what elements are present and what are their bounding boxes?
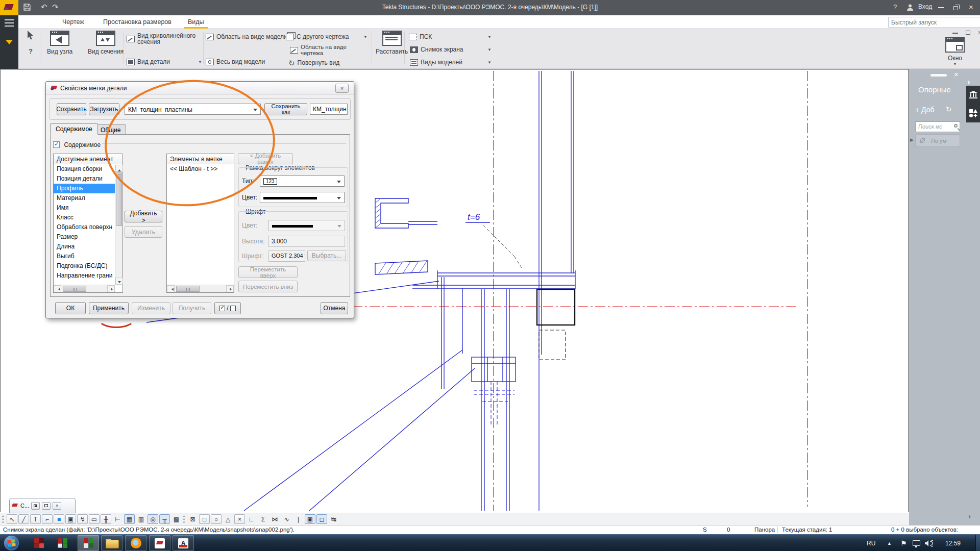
rotate-view-button[interactable]: ↻ Повернуть вид <box>288 57 339 68</box>
snap-xbox[interactable]: ⊠ <box>187 514 198 524</box>
list-item[interactable]: Размер <box>54 232 122 242</box>
from-other-drawing-dropdown[interactable]: ▼ <box>363 35 368 39</box>
mdi-restore-icon[interactable] <box>966 31 970 35</box>
panel-bottom-chevron-icon[interactable]: › <box>968 512 971 520</box>
height-field[interactable]: 3.000 <box>268 236 345 247</box>
pinned-app1-icon[interactable] <box>34 538 44 548</box>
move-up-button[interactable]: Переместить вверх <box>238 266 298 278</box>
load-button[interactable]: Загрузить <box>89 103 119 115</box>
font-color-combo[interactable] <box>268 220 345 231</box>
menu-icon[interactable] <box>5 22 14 23</box>
show-desktop-button[interactable] <box>975 535 980 551</box>
dimension-tool[interactable]: ╫ <box>101 514 111 524</box>
panel-minimize-icon[interactable] <box>930 74 947 77</box>
tab-content[interactable]: Содержимое <box>50 123 98 135</box>
user-icon[interactable] <box>906 4 914 12</box>
tekla-button[interactable] <box>149 535 170 551</box>
close-icon[interactable]: × <box>969 3 973 11</box>
whole-model-view-button[interactable]: Весь вид модели <box>206 56 265 67</box>
mini-cascade-icon[interactable] <box>31 502 40 510</box>
font-field[interactable]: GOST 2.304 t <box>268 251 305 262</box>
save-as-input[interactable]: КМ_толщин <box>310 104 348 115</box>
node-view-button[interactable]: Вид узла <box>47 31 72 55</box>
frame-type-combo[interactable]: 123 <box>260 176 345 187</box>
snap-box[interactable]: □ <box>199 514 210 524</box>
list-item[interactable]: Имя <box>54 203 122 213</box>
tab-views[interactable]: Виды <box>186 17 206 27</box>
leader-tool[interactable]: ⌐ <box>42 514 53 524</box>
expand-row-icon[interactable]: ▶ <box>910 137 914 142</box>
dimension-chain-tool[interactable]: ⊢ <box>112 514 123 524</box>
snap-triangle[interactable]: △ <box>223 514 233 524</box>
add-button[interactable]: Добавить > <box>125 211 162 222</box>
measure-tool[interactable]: ↯ <box>77 514 88 524</box>
toolbar-drag-handle[interactable] <box>183 515 185 524</box>
curved-section-button[interactable]: Вид криволинейногосечения <box>127 31 195 46</box>
clock[interactable]: 12:59 <box>945 535 961 551</box>
ok-button[interactable]: ОК <box>55 302 86 314</box>
toolbar-drag-handle[interactable] <box>2 515 4 524</box>
jump-tool[interactable]: ↹ <box>328 514 339 524</box>
components-icon[interactable] <box>966 104 980 122</box>
action-center-flag-icon[interactable]: ⚑ <box>900 535 907 551</box>
arrange-button[interactable]: Расставить <box>376 31 408 55</box>
apply-button[interactable]: Применить <box>89 302 129 314</box>
area-drawing-view-button[interactable]: Область на видечертежа <box>290 43 347 57</box>
mini-restore-icon[interactable] <box>42 502 51 510</box>
content-checkbox[interactable]: ✓ Содержимое <box>53 140 101 149</box>
available-elements-list[interactable]: Доступные элемент Позиция сборкиПозиция … <box>53 154 123 293</box>
filled-area-tool[interactable]: ■ <box>54 514 64 524</box>
acad-app-button[interactable]: A <box>173 535 194 551</box>
area-model-view-button[interactable]: Область на виде модели <box>206 31 287 42</box>
section-view-button[interactable]: Вид сечения <box>88 31 124 55</box>
select-tool[interactable]: ↖ <box>7 514 17 524</box>
horizontal-scrollbar[interactable] <box>167 285 234 292</box>
minimize-icon[interactable] <box>938 7 944 8</box>
save-button[interactable]: Сохранить <box>57 103 86 115</box>
remove-button[interactable]: Удалить <box>125 226 162 238</box>
default-model-row[interactable]: Ø По ум <box>915 134 960 147</box>
help-icon[interactable]: ? <box>893 3 897 11</box>
snap-wave[interactable]: ∿ <box>281 514 292 524</box>
screenshot-dropdown[interactable]: ▼ <box>487 47 492 52</box>
active-cad-app-button[interactable] <box>78 535 99 551</box>
explorer-button[interactable] <box>101 535 122 551</box>
separator[interactable]: | <box>293 514 304 524</box>
window-tool[interactable]: ▭ <box>89 514 100 524</box>
restore-icon[interactable] <box>953 6 958 10</box>
list-item[interactable]: Выгиб <box>54 252 122 261</box>
volume-icon[interactable] <box>925 535 933 551</box>
panel-close-icon[interactable]: × <box>954 70 959 79</box>
part-mark-tool[interactable]: ▣ <box>65 514 76 524</box>
dialog-close-icon[interactable]: × <box>335 84 349 93</box>
model-views-dropdown[interactable]: ▼ <box>487 60 492 65</box>
get-button[interactable]: Получить <box>173 302 211 314</box>
screenshot-button[interactable]: Снимок экрана ▼ <box>410 44 492 55</box>
tray-expand-icon[interactable]: ▲ <box>887 535 892 551</box>
mdi-minimize-icon[interactable] <box>952 33 958 34</box>
grid-partial-tool[interactable]: ▥ <box>136 514 146 524</box>
quick-search-input[interactable] <box>891 18 978 27</box>
visibility-off-icon[interactable]: Ø <box>920 137 925 144</box>
list-item[interactable]: Направление грани <box>54 271 122 281</box>
ortho-toggle[interactable]: ▣ <box>305 514 315 524</box>
list-item[interactable]: Профиль <box>54 184 122 193</box>
text-tool[interactable]: T <box>30 514 41 524</box>
from-other-drawing-button[interactable]: С другого чертежа ▼ <box>286 31 368 42</box>
snap-circle[interactable]: ○ <box>211 514 222 524</box>
ucs-dropdown[interactable]: ▼ <box>487 35 492 39</box>
minimized-drawing-window[interactable]: С... × <box>9 498 76 513</box>
detail-view-dropdown[interactable]: ▼ <box>198 60 202 64</box>
snap-frame-toggle[interactable]: ◻ <box>316 514 327 524</box>
model-search-box[interactable]: Поиск мс <box>915 121 960 132</box>
refresh-icon[interactable]: ↻ <box>946 105 952 113</box>
frame-color-combo[interactable] <box>260 192 345 203</box>
tab-dimensioning[interactable]: Простановка размеров <box>101 17 174 27</box>
model-views-button[interactable]: Виды моделей ▼ <box>410 57 492 68</box>
network-icon[interactable] <box>913 535 920 551</box>
list-item[interactable]: Позиция детали <box>54 174 122 184</box>
cancel-button[interactable]: Отмена <box>321 302 348 314</box>
list-item[interactable]: Подгонка (БС/ДС) <box>54 261 122 271</box>
plug-tool[interactable]: ╥ <box>159 514 170 524</box>
tab-drawing[interactable]: Чертеж <box>60 17 86 27</box>
